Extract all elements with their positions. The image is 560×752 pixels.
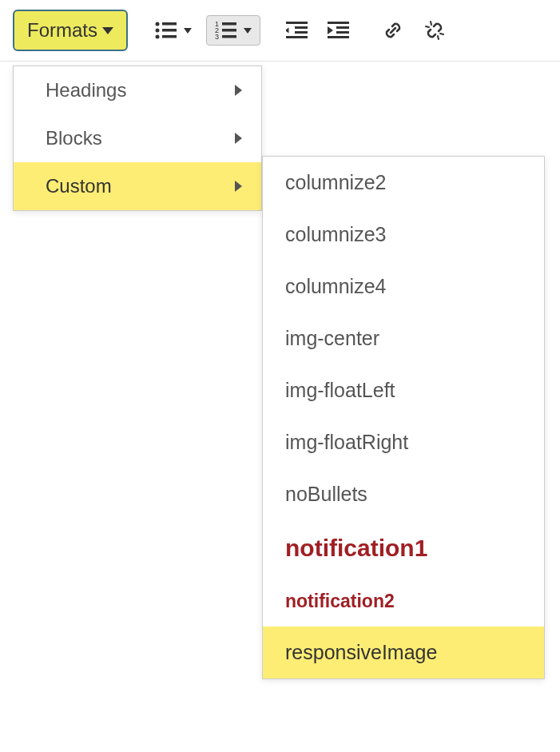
formats-button[interactable]: Formats [13, 10, 128, 51]
submenu-item-columnize2[interactable]: columnize2 [263, 157, 544, 209]
indent-icon [328, 21, 350, 40]
submenu-item-img-floatright[interactable]: img-floatRight [263, 416, 544, 468]
editor-toolbar: Formats 1 2 3 [0, 0, 560, 62]
caret-down-icon [102, 27, 113, 34]
indent-button[interactable] [321, 14, 356, 46]
svg-point-4 [156, 35, 160, 39]
formats-dropdown: Headings Blocks Custom [13, 66, 262, 211]
svg-point-0 [156, 22, 160, 26]
custom-submenu: columnize2 columnize3 columnize4 img-cen… [262, 156, 545, 679]
menu-item-custom[interactable]: Custom [14, 162, 261, 210]
svg-rect-7 [222, 22, 236, 26]
menu-item-headings[interactable]: Headings [14, 66, 261, 114]
svg-rect-5 [162, 35, 177, 38]
chevron-right-icon [235, 133, 242, 144]
svg-rect-11 [222, 35, 236, 38]
submenu-item-img-center[interactable]: img-center [263, 312, 544, 364]
svg-line-23 [431, 22, 431, 25]
svg-rect-14 [295, 26, 308, 29]
link-button[interactable] [375, 13, 411, 48]
svg-text:3: 3 [215, 33, 219, 40]
submenu-item-columnize3[interactable]: columnize3 [263, 209, 544, 261]
chevron-right-icon [235, 85, 242, 96]
svg-marker-18 [328, 26, 333, 34]
link-icon [382, 19, 404, 42]
submenu-item-notification1[interactable]: notification1 [263, 520, 544, 576]
svg-rect-21 [328, 36, 349, 38]
caret-down-icon [184, 28, 192, 34]
submenu-item-img-floatleft[interactable]: img-floatLeft [263, 364, 544, 416]
svg-rect-17 [328, 22, 349, 24]
unlink-button[interactable] [417, 13, 452, 48]
svg-rect-19 [336, 26, 349, 29]
bullet-list-icon [155, 21, 177, 40]
svg-rect-15 [295, 31, 308, 34]
svg-rect-12 [286, 22, 308, 24]
chevron-right-icon [235, 181, 242, 192]
menu-item-label: Blocks [46, 127, 102, 149]
submenu-item-responsiveimage[interactable]: responsiveImage [263, 627, 544, 678]
svg-rect-1 [162, 22, 177, 26]
svg-rect-20 [336, 31, 349, 34]
numbered-list-button[interactable]: 1 2 3 [206, 15, 260, 46]
submenu-item-notification2[interactable]: notification2 [263, 576, 544, 627]
svg-point-2 [156, 29, 160, 33]
submenu-item-nobullets[interactable]: noBullets [263, 468, 544, 520]
numbered-list-icon: 1 2 3 [215, 21, 237, 40]
caret-down-icon [244, 28, 252, 34]
svg-rect-16 [286, 36, 308, 38]
svg-marker-13 [286, 28, 289, 34]
menu-item-label: Custom [46, 175, 112, 197]
menu-item-blocks[interactable]: Blocks [14, 114, 261, 162]
svg-rect-9 [222, 29, 236, 32]
bullet-list-button[interactable] [147, 16, 200, 45]
svg-line-24 [440, 34, 443, 34]
unlink-icon [423, 19, 446, 42]
outdent-icon [286, 21, 308, 40]
svg-rect-3 [162, 29, 177, 32]
svg-line-22 [426, 26, 429, 27]
formats-label: Formats [27, 19, 97, 42]
menu-item-label: Headings [46, 79, 126, 101]
submenu-item-columnize4[interactable]: columnize4 [263, 261, 544, 312]
svg-line-25 [438, 36, 439, 39]
outdent-button[interactable] [280, 14, 315, 46]
